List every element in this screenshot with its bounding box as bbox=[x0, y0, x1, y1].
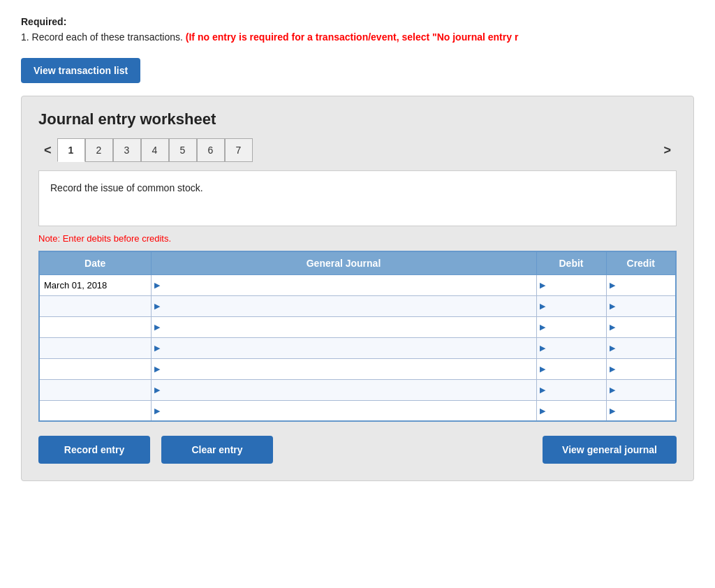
debit-cell-1[interactable]: ▶ bbox=[536, 295, 606, 316]
worksheet-title: Journal entry worksheet bbox=[38, 110, 677, 128]
general-journal-input-1[interactable] bbox=[161, 301, 533, 311]
credit-arrow-icon-2: ▶ bbox=[610, 323, 615, 332]
table-row: ▶▶▶ bbox=[39, 274, 676, 295]
credit-cell-4[interactable]: ▶ bbox=[606, 358, 676, 379]
table-row: ▶▶▶ bbox=[39, 337, 676, 358]
date-cell-6[interactable] bbox=[39, 400, 151, 421]
date-cell-5[interactable] bbox=[39, 379, 151, 400]
debit-cell-3[interactable]: ▶ bbox=[536, 337, 606, 358]
dropdown-arrow-icon-3: ▶ bbox=[154, 344, 160, 353]
date-cell-3[interactable] bbox=[39, 337, 151, 358]
credit-arrow-icon-4: ▶ bbox=[610, 365, 615, 374]
buttons-row: Record entry Clear entry View general jo… bbox=[38, 436, 677, 464]
table-row: ▶▶▶ bbox=[39, 400, 676, 421]
date-cell-2[interactable] bbox=[39, 316, 151, 337]
debit-input-5[interactable] bbox=[547, 385, 603, 395]
debit-input-3[interactable] bbox=[547, 343, 603, 353]
required-section: Required: 1. Record each of these transa… bbox=[21, 14, 694, 45]
general-journal-cell-5[interactable]: ▶ bbox=[151, 379, 536, 400]
general-journal-cell-2[interactable]: ▶ bbox=[151, 316, 536, 337]
view-transaction-button[interactable]: View transaction list bbox=[21, 58, 140, 83]
general-journal-cell-4[interactable]: ▶ bbox=[151, 358, 536, 379]
next-tab-button[interactable]: > bbox=[658, 141, 677, 159]
tab-7[interactable]: 7 bbox=[225, 138, 253, 162]
date-cell-4[interactable] bbox=[39, 358, 151, 379]
table-row: ▶▶▶ bbox=[39, 358, 676, 379]
debit-arrow-icon-6: ▶ bbox=[540, 406, 545, 416]
header-credit: Credit bbox=[606, 251, 676, 275]
credit-input-0[interactable] bbox=[617, 280, 673, 291]
general-journal-input-2[interactable] bbox=[161, 322, 533, 332]
credit-arrow-icon-0: ▶ bbox=[610, 281, 615, 290]
record-entry-button[interactable]: Record entry bbox=[38, 436, 150, 464]
debit-input-6[interactable] bbox=[547, 406, 603, 416]
general-journal-cell-1[interactable]: ▶ bbox=[151, 295, 536, 316]
tab-2[interactable]: 2 bbox=[85, 138, 113, 162]
general-journal-cell-0[interactable]: ▶ bbox=[151, 274, 536, 295]
debit-arrow-icon-4: ▶ bbox=[540, 365, 545, 374]
date-input-0[interactable] bbox=[43, 280, 148, 291]
debit-cell-4[interactable]: ▶ bbox=[536, 358, 606, 379]
credit-input-3[interactable] bbox=[617, 343, 673, 353]
debit-input-2[interactable] bbox=[547, 322, 603, 332]
credit-cell-1[interactable]: ▶ bbox=[606, 295, 676, 316]
credit-input-2[interactable] bbox=[617, 322, 673, 332]
debit-input-1[interactable] bbox=[547, 301, 603, 311]
debit-cell-2[interactable]: ▶ bbox=[536, 316, 606, 337]
dropdown-arrow-icon-6: ▶ bbox=[154, 406, 160, 416]
view-general-journal-button[interactable]: View general journal bbox=[543, 436, 677, 464]
debit-arrow-icon-1: ▶ bbox=[540, 302, 545, 311]
credit-input-6[interactable] bbox=[617, 406, 673, 416]
tab-6[interactable]: 6 bbox=[197, 138, 225, 162]
debit-input-4[interactable] bbox=[547, 364, 603, 374]
credit-cell-5[interactable]: ▶ bbox=[606, 379, 676, 400]
debit-input-0[interactable] bbox=[547, 280, 603, 291]
required-label: Required: bbox=[21, 16, 66, 27]
tab-5[interactable]: 5 bbox=[169, 138, 197, 162]
date-input-1[interactable] bbox=[43, 301, 148, 311]
date-input-3[interactable] bbox=[43, 343, 148, 353]
dropdown-arrow-icon-0: ▶ bbox=[154, 281, 160, 290]
credit-arrow-icon-3: ▶ bbox=[610, 344, 615, 353]
prev-tab-button[interactable]: < bbox=[38, 141, 57, 159]
credit-input-5[interactable] bbox=[617, 385, 673, 395]
clear-entry-button[interactable]: Clear entry bbox=[161, 436, 273, 464]
tabs-row: < 1 2 3 4 5 6 7 > bbox=[38, 138, 677, 162]
general-journal-input-3[interactable] bbox=[161, 343, 533, 353]
debit-cell-6[interactable]: ▶ bbox=[536, 400, 606, 421]
credit-input-4[interactable] bbox=[617, 364, 673, 374]
header-debit: Debit bbox=[536, 251, 606, 275]
credit-arrow-icon-5: ▶ bbox=[610, 385, 615, 395]
date-input-4[interactable] bbox=[43, 364, 148, 374]
credit-cell-0[interactable]: ▶ bbox=[606, 274, 676, 295]
header-date: Date bbox=[39, 251, 151, 275]
description-text: Record the issue of common stock. bbox=[50, 182, 203, 193]
general-journal-cell-6[interactable]: ▶ bbox=[151, 400, 536, 421]
general-journal-input-0[interactable] bbox=[161, 280, 533, 291]
credit-cell-2[interactable]: ▶ bbox=[606, 316, 676, 337]
date-cell-0[interactable] bbox=[39, 274, 151, 295]
credit-cell-6[interactable]: ▶ bbox=[606, 400, 676, 421]
tab-1[interactable]: 1 bbox=[57, 138, 85, 162]
debit-arrow-icon-5: ▶ bbox=[540, 385, 545, 395]
date-input-6[interactable] bbox=[43, 406, 148, 416]
dropdown-arrow-icon-5: ▶ bbox=[154, 385, 160, 395]
table-row: ▶▶▶ bbox=[39, 316, 676, 337]
general-journal-input-6[interactable] bbox=[161, 406, 533, 416]
date-input-5[interactable] bbox=[43, 385, 148, 395]
credit-arrow-icon-1: ▶ bbox=[610, 302, 615, 311]
tab-3[interactable]: 3 bbox=[113, 138, 141, 162]
dropdown-arrow-icon-2: ▶ bbox=[154, 323, 160, 332]
instruction-prefix: 1. Record each of these transactions. bbox=[21, 31, 183, 43]
debit-cell-5[interactable]: ▶ bbox=[536, 379, 606, 400]
credit-input-1[interactable] bbox=[617, 301, 673, 311]
instruction-highlight: (If no entry is required for a transacti… bbox=[186, 31, 519, 43]
credit-cell-3[interactable]: ▶ bbox=[606, 337, 676, 358]
date-input-2[interactable] bbox=[43, 322, 148, 332]
general-journal-input-5[interactable] bbox=[161, 385, 533, 395]
debit-cell-0[interactable]: ▶ bbox=[536, 274, 606, 295]
tab-4[interactable]: 4 bbox=[141, 138, 169, 162]
date-cell-1[interactable] bbox=[39, 295, 151, 316]
general-journal-cell-3[interactable]: ▶ bbox=[151, 337, 536, 358]
general-journal-input-4[interactable] bbox=[161, 364, 533, 374]
